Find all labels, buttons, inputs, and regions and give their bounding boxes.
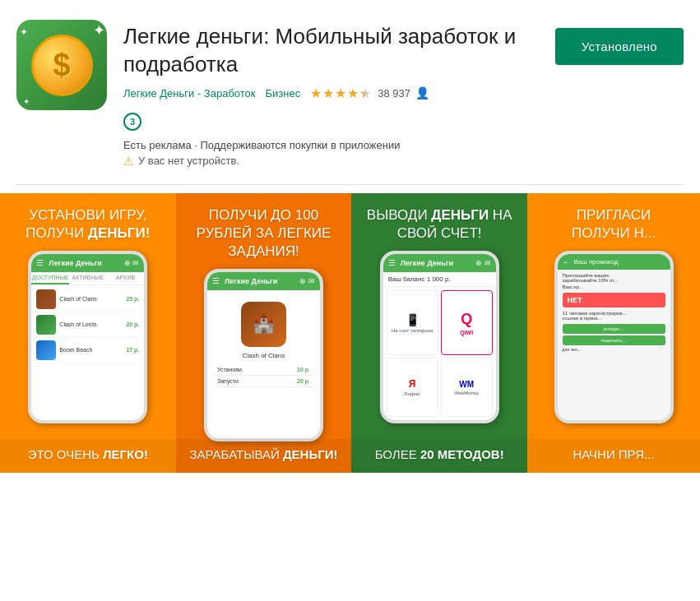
star-3: ★ — [335, 86, 346, 101]
screenshot-4-bottom: НАЧНИ ПРЯ... — [527, 439, 700, 473]
app-header: ✦ ✦ ✦ $ Легкие деньги: Мобильный заработ… — [0, 0, 700, 184]
phone-list-item-bb: Boom Beach 17 р. — [33, 338, 142, 363]
phone-screen-1: ☰ Легкие Деньги ⊕ ✉ ДОСТУПНЫЕ АКТИВНЫЕ А… — [31, 254, 144, 420]
bb-icon — [36, 340, 56, 360]
screenshot-2-top: ПОЛУЧИ ДО 100 РУБЛЕЙ ЗА ЛЕГКИЕ ЗАДАНИЯ! — [176, 193, 352, 269]
back-arrow-icon: ← — [563, 257, 571, 266]
payment-webmoney: WM WebMoney — [441, 358, 493, 417]
star-4: ★ — [347, 86, 359, 101]
app-info: Легкие деньги: Мобильный заработок и под… — [123, 20, 535, 168]
phone-screen-4: ← Ваш промокод Приглашайте вашихзарабаты… — [558, 254, 670, 420]
star-icon-tl: ✦ — [20, 26, 28, 38]
col-icon — [36, 315, 56, 335]
coc-price: 25 р. — [126, 296, 139, 302]
phone-mockup-2: ☰ Легкие Деньги ⊕ ✉ 🏰 Clash of Clans Уст… — [204, 269, 323, 442]
phone-status-bar-1: ☰ Легкие Деньги ⊕ ✉ — [31, 254, 144, 272]
install-button[interactable]: Установлено — [555, 28, 684, 65]
phone-app-title-1: Легкие Деньги — [49, 259, 101, 267]
qiwi-label: QIWI — [460, 330, 473, 335]
phone-icons-1: ⊕ ✉ — [124, 259, 140, 267]
screenshot-2-bg: ПОЛУЧИ ДО 100 РУБЛЕЙ ЗА ЛЕГКИЕ ЗАДАНИЯ! … — [176, 193, 352, 473]
copy-btn[interactable]: копиро... — [563, 324, 665, 334]
device-warning: ⚠ У вас нет устройств. — [123, 155, 535, 168]
hamburger-icon-3: ☰ — [388, 258, 396, 267]
phone-app-title-2: Легкие Деньги — [225, 277, 277, 285]
col-price: 20 р. — [126, 321, 139, 327]
coc-name: Clash of Clans — [59, 296, 123, 302]
rating-row: ★ ★ ★ ★ ★★ 38 937 👤 — [310, 86, 429, 101]
screenshot-1: УСТАНОВИ ИГРУ,ПОЛУЧИ ДЕНЬГИ! ☰ Легкие Де… — [0, 193, 176, 473]
install-label: Установи — [217, 367, 242, 372]
stars-display: ★ ★ ★ ★ ★★ — [310, 86, 371, 101]
screenshot-4-top: ПРИГЛАСИПОЛУЧИ Н... — [562, 193, 665, 251]
screenshot-3: ВЫВОДИ ДЕНЬГИ НА СВОЙ СЧЕТ! ☰ Легкие Ден… — [351, 193, 527, 473]
warning-icon: ⚠ — [123, 155, 134, 168]
phone-tab-active: АКТИВНЫЕ — [69, 272, 107, 284]
referral-extra: для чел... — [563, 347, 665, 352]
phone-mockup-3: ☰ Легкие Деньги ⊕ ✉ Ваш баланс 1 000 р. … — [380, 251, 499, 423]
phone-mockup-4: ← Ваш промокод Приглашайте вашихзарабаты… — [554, 251, 674, 423]
screenshot-2: ПОЛУЧИ ДО 100 РУБЛЕЙ ЗА ЛЕГКИЕ ЗАДАНИЯ! … — [176, 193, 352, 473]
screenshot-1-bottom: ЭТО ОЧЕНЬ ЛЕГКО! — [0, 439, 176, 473]
coc-big-icon: 🏰 — [253, 313, 275, 335]
rating-person-icon: 👤 — [415, 86, 429, 99]
referral-header: ← Ваш промокод — [558, 254, 670, 270]
phone-app-title-3: Легкие Деньги — [401, 259, 453, 267]
header-divider — [16, 184, 684, 185]
phone-app-big: 🏰 Clash of Clans Установи 10 р. Запусти … — [207, 290, 320, 438]
screenshot-4-bg: ПРИГЛАСИПОЛУЧИ Н... ← Ваш промокод Пригл… — [527, 193, 700, 473]
star-5: ★★ — [359, 86, 371, 101]
phone-status-bar-2: ☰ Легкие Деньги ⊕ ✉ — [207, 272, 320, 290]
phone-tab-archive: АРХИВ — [107, 272, 145, 284]
hamburger-icon-2: ☰ — [212, 276, 220, 285]
ads-info: Есть реклама · Поддерживаются покупки в … — [123, 139, 535, 151]
yandex-label: Яндекс — [404, 391, 420, 396]
phone-tab-available: ДОСТУПНЫЕ — [31, 272, 69, 284]
screenshot-3-bottom: БОЛЕЕ 20 МЕТОДОВ! — [351, 439, 527, 473]
phone-list-item-col: Clash of Lords 20 р. — [33, 312, 142, 338]
rating-count: 38 937 — [378, 87, 410, 99]
star-icon-bl: ✦ — [23, 97, 30, 106]
referral-desc: Приглашайте вашихзарабатывайте 10% от... — [563, 273, 665, 283]
install-price: 10 р. — [297, 367, 310, 372]
phone-pay-label: На счет телефона — [392, 328, 433, 333]
webmoney-label: WebMoney — [454, 391, 479, 395]
share-btn[interactable]: поделить... — [563, 335, 665, 345]
webmoney-icon: WM — [459, 380, 474, 389]
phone-pay-icon: 📱 — [406, 313, 420, 326]
phone-mockup-1: ☰ Легкие Деньги ⊕ ✉ ДОСТУПНЫЕ АКТИВНЫЕ А… — [28, 251, 147, 423]
phone-screen-2: ☰ Легкие Деньги ⊕ ✉ 🏰 Clash of Clans Уст… — [207, 272, 320, 438]
coc-icon — [36, 289, 56, 309]
yandex-icon: Я — [409, 378, 416, 390]
app-title: Легкие деньги: Мобильный заработок и под… — [123, 23, 535, 79]
install-section: Установлено — [552, 20, 684, 65]
screenshot-2-bottom: ЗАРАБАТЫВАЙ ДЕНЬГИ! — [176, 439, 352, 473]
screenshot-4: ПРИГЛАСИПОЛУЧИ Н... ← Ваш промокод Пригл… — [527, 193, 700, 473]
qiwi-icon: Q — [461, 311, 472, 328]
phone-tabs-1: ДОСТУПНЫЕ АКТИВНЫЕ АРХИВ — [31, 272, 144, 285]
payment-yandex: Я Яндекс — [387, 358, 438, 417]
payment-grid: 📱 На счет телефона Q QIWI Я Яндекс WM — [383, 287, 496, 420]
phone-screen-3: ☰ Легкие Деньги ⊕ ✉ Ваш баланс 1 000 р. … — [383, 254, 496, 420]
screenshots-section: УСТАНОВИ ИГРУ,ПОЛУЧИ ДЕНЬГИ! ☰ Легкие Де… — [0, 193, 700, 473]
star-icon-tr: ✦ — [93, 21, 105, 39]
bb-name: Boom Beach — [59, 347, 123, 353]
hamburger-icon: ☰ — [36, 258, 44, 267]
install-row-1: Установи 10 р. — [214, 364, 313, 376]
age-badge: 3 — [123, 113, 141, 131]
phone-list-item-coc: Clash of Clans 25 р. — [33, 287, 142, 312]
coin-icon: $ — [31, 35, 93, 96]
phone-list-1: Clash of Clans 25 р. Clash of Lords 20 р… — [31, 285, 144, 420]
balance-row: Ваш баланс 1 000 р. — [383, 272, 496, 287]
screenshot-1-top: УСТАНОВИ ИГРУ,ПОЛУЧИ ДЕНЬГИ! — [16, 193, 160, 251]
screenshot-1-bg: УСТАНОВИ ИГРУ,ПОЛУЧИ ДЕНЬГИ! ☰ Легкие Де… — [0, 193, 176, 473]
phone-status-bar-3: ☰ Легкие Деньги ⊕ ✉ — [383, 254, 496, 272]
app-meta-row: Легкие Деньги - Заработок Бизнес ★ ★ ★ ★… — [123, 86, 535, 101]
star-2: ★ — [322, 86, 334, 101]
phone-icons-3: ⊕ ✉ — [475, 259, 491, 267]
promo-badge: НЕТ — [563, 293, 665, 307]
big-app-icon: 🏰 — [241, 302, 286, 347]
phone-icons-2: ⊕ ✉ — [299, 277, 315, 285]
app-category[interactable]: Бизнес — [266, 87, 301, 99]
app-developer[interactable]: Легкие Деньги - Заработок — [123, 87, 256, 99]
